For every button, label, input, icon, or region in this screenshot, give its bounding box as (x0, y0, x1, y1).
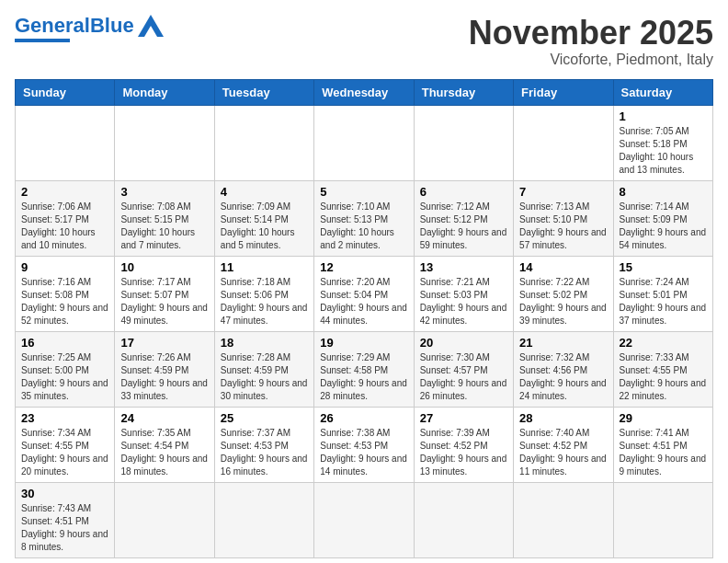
logo-blue: Blue (90, 14, 134, 37)
calendar-cell (115, 105, 214, 180)
logo: GeneralBlue (15, 15, 164, 42)
day-info: Sunrise: 7:37 AM Sunset: 4:53 PM Dayligh… (221, 427, 308, 478)
day-info: Sunrise: 7:32 AM Sunset: 4:56 PM Dayligh… (519, 351, 607, 403)
weekday-header-thursday: Thursday (414, 79, 513, 105)
calendar-cell: 16Sunrise: 7:25 AM Sunset: 5:00 PM Dayli… (16, 331, 115, 407)
calendar-cell: 23Sunrise: 7:34 AM Sunset: 4:55 PM Dayli… (16, 407, 115, 482)
day-info: Sunrise: 7:16 AM Sunset: 5:08 PM Dayligh… (21, 276, 108, 327)
calendar-cell: 7Sunrise: 7:13 AM Sunset: 5:10 PM Daylig… (514, 180, 613, 256)
calendar-cell: 6Sunrise: 7:12 AM Sunset: 5:12 PM Daylig… (414, 180, 513, 256)
weekday-header-wednesday: Wednesday (314, 79, 414, 105)
day-info: Sunrise: 7:29 AM Sunset: 4:58 PM Dayligh… (320, 351, 407, 403)
day-number: 22 (620, 336, 707, 350)
header: GeneralBlue November 2025 Vicoforte, Pie… (15, 15, 713, 68)
day-info: Sunrise: 7:10 AM Sunset: 5:13 PM Dayligh… (320, 201, 407, 252)
day-info: Sunrise: 7:21 AM Sunset: 5:03 PM Dayligh… (420, 276, 507, 327)
weekday-header-monday: Monday (115, 79, 214, 105)
day-info: Sunrise: 7:25 AM Sunset: 5:00 PM Dayligh… (21, 351, 108, 403)
weekday-header-tuesday: Tuesday (214, 79, 313, 105)
calendar-cell (214, 105, 313, 180)
calendar-cell: 15Sunrise: 7:24 AM Sunset: 5:01 PM Dayli… (613, 256, 712, 331)
day-number: 19 (320, 336, 407, 350)
calendar-cell: 2Sunrise: 7:06 AM Sunset: 5:17 PM Daylig… (16, 180, 115, 256)
calendar-cell (414, 482, 513, 557)
weekday-header-saturday: Saturday (613, 79, 712, 105)
calendar-cell: 4Sunrise: 7:09 AM Sunset: 5:14 PM Daylig… (214, 180, 313, 256)
day-info: Sunrise: 7:20 AM Sunset: 5:04 PM Dayligh… (320, 276, 407, 327)
day-info: Sunrise: 7:24 AM Sunset: 5:01 PM Dayligh… (620, 276, 707, 327)
week-row-5: 23Sunrise: 7:34 AM Sunset: 4:55 PM Dayli… (16, 407, 713, 482)
day-number: 11 (221, 260, 308, 274)
calendar-cell (314, 105, 414, 180)
day-info: Sunrise: 7:18 AM Sunset: 5:06 PM Dayligh… (221, 276, 308, 327)
day-number: 23 (21, 411, 108, 425)
day-info: Sunrise: 7:05 AM Sunset: 5:18 PM Dayligh… (620, 125, 707, 177)
day-number: 16 (21, 336, 108, 350)
day-info: Sunrise: 7:08 AM Sunset: 5:15 PM Dayligh… (120, 201, 208, 252)
weekday-header-sunday: Sunday (16, 79, 115, 105)
day-number: 8 (620, 185, 707, 199)
day-number: 21 (519, 336, 607, 350)
location-title: Vicoforte, Piedmont, Italy (469, 52, 713, 68)
day-info: Sunrise: 7:17 AM Sunset: 5:07 PM Dayligh… (120, 276, 208, 327)
day-number: 4 (221, 185, 308, 199)
calendar-cell: 24Sunrise: 7:35 AM Sunset: 4:54 PM Dayli… (115, 407, 214, 482)
day-number: 10 (120, 260, 208, 274)
calendar-cell: 18Sunrise: 7:28 AM Sunset: 4:59 PM Dayli… (214, 331, 313, 407)
calendar-cell (514, 105, 613, 180)
calendar-cell: 21Sunrise: 7:32 AM Sunset: 4:56 PM Dayli… (514, 331, 613, 407)
calendar-cell (314, 482, 414, 557)
calendar-cell: 5Sunrise: 7:10 AM Sunset: 5:13 PM Daylig… (314, 180, 414, 256)
calendar-cell: 14Sunrise: 7:22 AM Sunset: 5:02 PM Dayli… (514, 256, 613, 331)
day-number: 18 (221, 336, 308, 350)
calendar: SundayMondayTuesdayWednesdayThursdayFrid… (15, 79, 713, 558)
week-row-6: 30Sunrise: 7:43 AM Sunset: 4:51 PM Dayli… (16, 482, 713, 557)
day-number: 9 (21, 260, 108, 274)
day-info: Sunrise: 7:39 AM Sunset: 4:52 PM Dayligh… (420, 427, 507, 478)
month-title: November 2025 (469, 15, 713, 52)
day-info: Sunrise: 7:43 AM Sunset: 4:51 PM Dayligh… (21, 502, 108, 554)
day-info: Sunrise: 7:41 AM Sunset: 4:51 PM Dayligh… (620, 427, 707, 478)
calendar-cell (16, 105, 115, 180)
day-info: Sunrise: 7:40 AM Sunset: 4:52 PM Dayligh… (519, 427, 607, 478)
day-number: 24 (120, 411, 208, 425)
day-info: Sunrise: 7:35 AM Sunset: 4:54 PM Dayligh… (120, 427, 208, 478)
calendar-cell: 9Sunrise: 7:16 AM Sunset: 5:08 PM Daylig… (16, 256, 115, 331)
day-number: 17 (120, 336, 208, 350)
day-info: Sunrise: 7:34 AM Sunset: 4:55 PM Dayligh… (21, 427, 108, 478)
calendar-cell: 20Sunrise: 7:30 AM Sunset: 4:57 PM Dayli… (414, 331, 513, 407)
day-number: 15 (620, 260, 707, 274)
day-info: Sunrise: 7:14 AM Sunset: 5:09 PM Dayligh… (620, 201, 707, 252)
calendar-cell: 25Sunrise: 7:37 AM Sunset: 4:53 PM Dayli… (214, 407, 313, 482)
calendar-cell (115, 482, 214, 557)
day-number: 12 (320, 260, 407, 274)
calendar-cell: 1Sunrise: 7:05 AM Sunset: 5:18 PM Daylig… (613, 105, 712, 180)
calendar-cell: 13Sunrise: 7:21 AM Sunset: 5:03 PM Dayli… (414, 256, 513, 331)
day-number: 30 (21, 487, 108, 500)
calendar-cell: 28Sunrise: 7:40 AM Sunset: 4:52 PM Dayli… (514, 407, 613, 482)
day-info: Sunrise: 7:13 AM Sunset: 5:10 PM Dayligh… (519, 201, 607, 252)
calendar-cell: 29Sunrise: 7:41 AM Sunset: 4:51 PM Dayli… (613, 407, 712, 482)
day-number: 25 (221, 411, 308, 425)
day-info: Sunrise: 7:38 AM Sunset: 4:53 PM Dayligh… (320, 427, 407, 478)
calendar-cell: 30Sunrise: 7:43 AM Sunset: 4:51 PM Dayli… (16, 482, 115, 557)
logo-general: General (15, 14, 90, 37)
calendar-cell (613, 482, 712, 557)
day-info: Sunrise: 7:06 AM Sunset: 5:17 PM Dayligh… (21, 201, 108, 252)
day-info: Sunrise: 7:12 AM Sunset: 5:12 PM Dayligh… (420, 201, 507, 252)
day-info: Sunrise: 7:33 AM Sunset: 4:55 PM Dayligh… (620, 351, 707, 403)
calendar-cell: 19Sunrise: 7:29 AM Sunset: 4:58 PM Dayli… (314, 331, 414, 407)
day-info: Sunrise: 7:22 AM Sunset: 5:02 PM Dayligh… (519, 276, 607, 327)
calendar-cell: 3Sunrise: 7:08 AM Sunset: 5:15 PM Daylig… (115, 180, 214, 256)
day-info: Sunrise: 7:26 AM Sunset: 4:59 PM Dayligh… (120, 351, 208, 403)
calendar-cell: 11Sunrise: 7:18 AM Sunset: 5:06 PM Dayli… (214, 256, 313, 331)
title-area: November 2025 Vicoforte, Piedmont, Italy (469, 15, 713, 68)
day-info: Sunrise: 7:28 AM Sunset: 4:59 PM Dayligh… (221, 351, 308, 403)
logo-text: GeneralBlue (15, 16, 134, 36)
calendar-cell: 27Sunrise: 7:39 AM Sunset: 4:52 PM Dayli… (414, 407, 513, 482)
day-number: 20 (420, 336, 507, 350)
day-number: 27 (420, 411, 507, 425)
week-row-1: 1Sunrise: 7:05 AM Sunset: 5:18 PM Daylig… (16, 105, 713, 180)
day-number: 5 (320, 185, 407, 199)
calendar-cell: 10Sunrise: 7:17 AM Sunset: 5:07 PM Dayli… (115, 256, 214, 331)
